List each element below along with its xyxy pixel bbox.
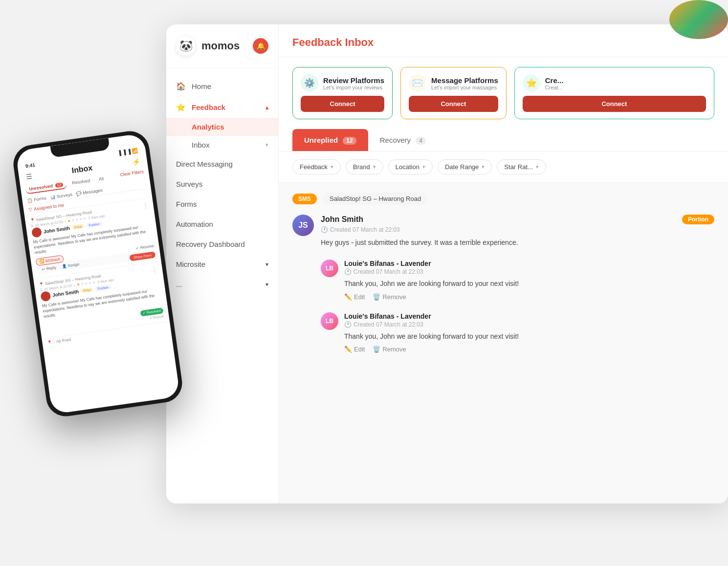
inbox-tabs: Unreplied 12 Recovery 4 xyxy=(279,129,728,152)
platform-cards-row: ⚙️ Review Platforms Let's import your re… xyxy=(279,57,728,129)
review-platforms-subtitle: Let's import your reviews xyxy=(323,85,384,90)
date-range-filter-chevron: ▾ xyxy=(482,164,485,170)
desktop-app: 🐼 momos 🔔 🏠 Home ⭐ Feedback ▴ xyxy=(166,24,728,503)
extra1-chevron-icon: ▾ xyxy=(265,281,268,288)
extra1-label: ... xyxy=(176,280,182,288)
phone-surveys-tab[interactable]: 📊 Surveys xyxy=(50,192,73,200)
reply-1-edit-btn[interactable]: ✏️ Edit xyxy=(344,293,365,301)
star-rating-filter[interactable]: Star Rat... ▾ xyxy=(497,159,546,174)
crm-connect-button[interactable]: Connect xyxy=(523,96,706,112)
feedback-icon: ⭐ xyxy=(176,103,186,112)
tab-unreplied[interactable]: Unreplied 12 xyxy=(292,129,368,151)
customer-message-text: Hey guys - just submitted the survey. It… xyxy=(321,237,714,248)
microsite-label: Microsite xyxy=(176,260,205,268)
notification-bell-button[interactable]: 🔔 xyxy=(253,38,268,54)
reply-message-1: LB Louie's Bifanas - Lavender 🕐 Created … xyxy=(321,260,714,300)
sidebar-item-microsite[interactable]: Microsite ▾ xyxy=(166,254,278,274)
sidebar-item-recovery-dashboard[interactable]: Recovery Dashboard xyxy=(166,234,278,254)
phone-messages-tab[interactable]: 💬 Messages xyxy=(76,188,103,196)
message-platforms-icon: ✉️ xyxy=(409,74,426,92)
message-platforms-connect-button[interactable]: Connect xyxy=(409,96,498,112)
main-content: Feedback Inbox ⚙️ Review Platforms Let's… xyxy=(279,24,728,503)
brand-filter-label: Brand xyxy=(353,163,370,171)
clear-filters-btn[interactable]: Clear Filters xyxy=(120,169,145,181)
sidebar-item-surveys[interactable]: Surveys xyxy=(166,174,278,194)
message-platforms-subtitle: Let's import your massages xyxy=(431,85,498,90)
review-platforms-connect-button[interactable]: Connect xyxy=(301,96,384,112)
sidebar-logo-text: momos xyxy=(201,40,240,52)
reply-1-clock-icon: 🕐 xyxy=(344,268,352,275)
reply-2-clock-icon: 🕐 xyxy=(344,321,352,328)
recovery-tab-count: 4 xyxy=(416,137,426,145)
conversation-area: SMS SaladStop! SG – Hwarong Road JS John… xyxy=(279,183,728,503)
sidebar-item-extra-1[interactable]: ... ▾ xyxy=(166,274,278,294)
reply-1-text: Thank you, John we are looking forward t… xyxy=(344,278,714,289)
feedback-label: Feedback xyxy=(192,103,225,111)
phone-msg1-dots[interactable]: ⋮ xyxy=(142,202,149,210)
top-gradient-decoration xyxy=(669,0,728,39)
surveys-label: Surveys xyxy=(176,180,202,188)
sms-platform-badge: SMS xyxy=(292,194,317,204)
phone-forms-tab[interactable]: 📋 Forms xyxy=(27,196,46,203)
pencil-2-icon: ✏️ xyxy=(344,346,352,353)
sidebar-item-feedback[interactable]: ⭐ Feedback ▴ xyxy=(166,97,278,118)
pencil-icon: ✏️ xyxy=(344,293,352,301)
sidebar: 🐼 momos 🔔 🏠 Home ⭐ Feedback ▴ xyxy=(166,24,279,503)
feedback-filter[interactable]: Feedback ▾ xyxy=(292,159,341,174)
unresolved-count-badge: 12 xyxy=(55,182,64,188)
recovery-tab-label: Recovery xyxy=(380,136,411,144)
platform-card-review: ⚙️ Review Platforms Let's import your re… xyxy=(292,67,393,119)
reply-2-actions: ✏️ Edit 🗑️ Remove xyxy=(344,346,714,353)
phone-area: 9:41 ▐ ▐ ▐ 📶 ☰ Inbox ⚡ Unresolved 12 xyxy=(11,129,184,419)
reply-1-row: LB Louie's Bifanas - Lavender 🕐 Created … xyxy=(321,260,714,300)
analytics-label: Analytics xyxy=(192,123,224,131)
date-range-filter[interactable]: Date Range ▾ xyxy=(438,159,492,174)
sidebar-item-forms[interactable]: Forms xyxy=(166,194,278,214)
review-card-header: ⚙️ Review Platforms Let's import your re… xyxy=(301,74,384,92)
reply-2-timestamp: 🕐 Created 07 March at 22:03 xyxy=(344,321,714,328)
direct-messaging-label: Direct Messaging xyxy=(176,160,233,168)
sidebar-item-inbox[interactable]: Inbox ▾ xyxy=(166,136,278,154)
sidebar-item-direct-messaging[interactable]: Direct Messaging xyxy=(166,154,278,174)
conversation-header: SMS SaladStop! SG – Hwarong Road xyxy=(292,193,714,205)
phone-header-title: Inbox xyxy=(71,163,93,175)
location-filter-chevron: ▾ xyxy=(422,164,425,170)
sidebar-item-home[interactable]: 🏠 Home xyxy=(166,76,278,97)
message-card-header: ✉️ Message Platforms Let's import your m… xyxy=(409,74,498,92)
reply-1-sender: Louie's Bifanas - Lavender xyxy=(344,260,714,267)
page-title: Feedback Inbox xyxy=(292,36,714,49)
review-platforms-title: Review Platforms xyxy=(323,76,384,85)
reply-2-remove-btn[interactable]: 🗑️ Remove xyxy=(373,346,406,353)
trash-icon: 🗑️ xyxy=(373,293,380,301)
reply-1-timestamp: 🕐 Created 07 March at 22:03 xyxy=(344,268,714,275)
brand-filter[interactable]: Brand ▾ xyxy=(346,159,383,174)
crm-card-header: ⭐ Cre... Creat... xyxy=(523,74,706,92)
phone-screen: 9:41 ▐ ▐ ▐ 📶 ☰ Inbox ⚡ Unresolved 12 xyxy=(15,133,180,414)
phone-time: 9:41 xyxy=(25,162,35,169)
phone-assign-btn[interactable]: 👤 Assign xyxy=(62,262,80,269)
sidebar-item-automation[interactable]: Automation xyxy=(166,214,278,234)
inbox-chevron-icon: ▾ xyxy=(265,142,268,148)
date-range-filter-label: Date Range xyxy=(445,163,479,171)
phone-tab-resolved[interactable]: Resolved xyxy=(68,176,94,188)
phone-reply-btn[interactable]: ↩ Reply xyxy=(42,265,57,271)
reply-2-edit-btn[interactable]: ✏️ Edit xyxy=(344,346,365,353)
main-header: Feedback Inbox xyxy=(279,24,728,57)
reply-2-sender: Louie's Bifanas - Lavender xyxy=(344,312,714,320)
reply-1-remove-btn[interactable]: 🗑️ Remove xyxy=(373,293,406,301)
tab-recovery[interactable]: Recovery 4 xyxy=(368,129,438,151)
filter-icon: ▽ xyxy=(28,207,32,213)
sidebar-item-analytics[interactable]: Analytics xyxy=(166,118,278,136)
panda-icon: 🐼 xyxy=(179,40,193,52)
filters-row: Feedback ▾ Brand ▾ Location ▾ Date Range… xyxy=(279,152,728,183)
feedback-filter-chevron: ▾ xyxy=(331,164,333,170)
phone-tab-all[interactable]: All xyxy=(95,174,108,185)
platform-card-message: ✉️ Message Platforms Let's import your m… xyxy=(400,67,507,119)
phone-mockup: 9:41 ▐ ▐ ▐ 📶 ☰ Inbox ⚡ Unresolved 12 xyxy=(11,129,184,419)
automation-label: Automation xyxy=(176,220,213,228)
feedback-chevron-icon: ▴ xyxy=(265,104,268,111)
message-portion-tag: Portion xyxy=(682,215,714,224)
location-filter[interactable]: Location ▾ xyxy=(388,159,433,174)
recovery-dashboard-label: Recovery Dashboard xyxy=(176,240,245,248)
sidebar-logo-area: 🐼 momos 🔔 xyxy=(166,36,278,68)
